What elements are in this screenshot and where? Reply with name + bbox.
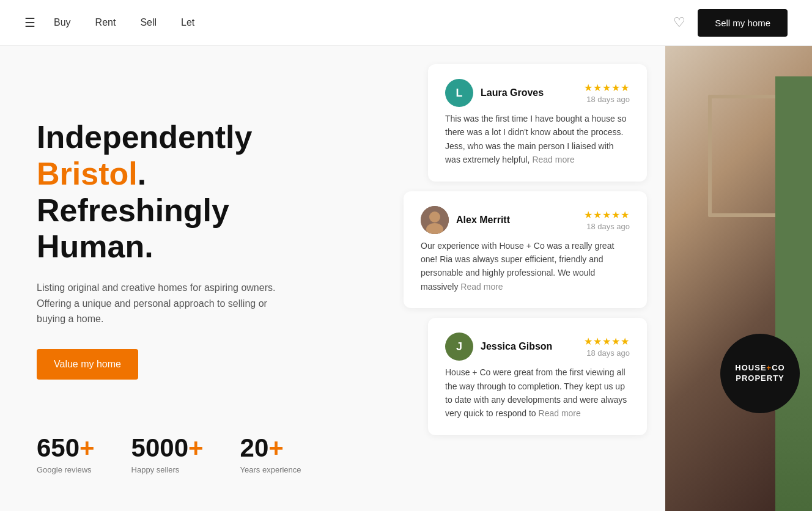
stat-number-sellers: 5000+: [131, 433, 204, 463]
stars-jessica: ★★★★★: [584, 336, 630, 347]
menu-icon[interactable]: ☰: [24, 15, 35, 30]
nav-let[interactable]: Let: [181, 17, 194, 28]
brand-logo-text: HOUSE+COPROPERTY: [735, 363, 784, 384]
plant-decoration: 🌿: [775, 470, 806, 499]
hero-photo-panel: HOUSE+COPROPERTY 🌿: [665, 46, 812, 511]
nav-buy[interactable]: Buy: [54, 17, 71, 28]
review-header-jessica: J Jessica Gibson ★★★★★ 18 days ago: [445, 333, 630, 361]
hero-panel: Independently Bristol. Refreshingly Huma…: [0, 46, 385, 511]
favorites-icon[interactable]: ♡: [673, 15, 685, 31]
review-meta-jessica: ★★★★★ 18 days ago: [584, 336, 630, 358]
review-laura: L Laura Groves ★★★★★ 18 days ago This wa…: [428, 64, 647, 182]
review-meta-laura: ★★★★★ 18 days ago: [584, 82, 630, 104]
navigation: ☰ Buy Rent Sell Let ♡ Sell my home: [0, 0, 812, 46]
stat-label-sellers: Happy sellers: [131, 465, 204, 474]
avatar-alex: [421, 206, 449, 234]
review-text-laura: This was the first time I have bought a …: [445, 112, 630, 167]
date-laura: 18 days ago: [584, 95, 630, 104]
main-content: Independently Bristol. Refreshingly Huma…: [0, 0, 812, 511]
sell-my-home-button[interactable]: Sell my home: [698, 9, 788, 37]
hero-title-suffix: .: [138, 156, 146, 191]
window-decoration: [708, 95, 794, 217]
review-alex: Alex Merritt ★★★★★ 18 days ago Our exper…: [404, 191, 647, 309]
reviewer-info-jessica: J Jessica Gibson: [445, 333, 552, 361]
hero-title-line2: Refreshingly Human.: [37, 193, 229, 265]
hero-description: Listing original and creative homes for …: [37, 280, 281, 327]
svg-point-1: [429, 211, 440, 222]
date-jessica: 18 days ago: [584, 348, 630, 358]
brand-logo-circle: HOUSE+COPROPERTY: [720, 334, 800, 413]
stat-happy-sellers: 5000+ Happy sellers: [131, 433, 204, 474]
review-header-laura: L Laura Groves ★★★★★ 18 days ago: [445, 79, 630, 107]
reviewer-name-jessica: Jessica Gibson: [481, 341, 552, 352]
review-jessica: J Jessica Gibson ★★★★★ 18 days ago House…: [428, 318, 647, 435]
read-more-alex[interactable]: Read more: [460, 282, 503, 292]
nav-right: ♡ Sell my home: [673, 9, 788, 37]
review-text-jessica: House + Co were great from the first vie…: [445, 366, 630, 421]
reviewer-info-alex: Alex Merritt: [421, 206, 510, 234]
reviewer-name-alex: Alex Merritt: [456, 215, 510, 226]
stats-section: 650+ Google reviews 5000+ Happy sellers …: [37, 433, 301, 474]
stars-laura: ★★★★★: [584, 82, 630, 94]
stat-number-years: 20+: [240, 433, 301, 463]
stars-alex: ★★★★★: [584, 209, 630, 221]
hero-title-brand: Bristol: [37, 156, 138, 191]
value-my-home-button[interactable]: Value my home: [37, 349, 138, 380]
avatar-jessica: J: [445, 333, 473, 361]
read-more-laura[interactable]: Read more: [532, 155, 574, 164]
stat-google-reviews: 650+ Google reviews: [37, 433, 95, 474]
review-meta-alex: ★★★★★ 18 days ago: [584, 209, 630, 231]
date-alex: 18 days ago: [584, 222, 630, 231]
reviewer-name-laura: Laura Groves: [481, 87, 544, 98]
stat-number-google: 650+: [37, 433, 95, 463]
avatar-laura: L: [445, 79, 473, 107]
nav-links: Buy Rent Sell Let: [54, 17, 673, 28]
stat-years-experience: 20+ Years experience: [240, 433, 301, 474]
nav-sell[interactable]: Sell: [140, 17, 157, 28]
read-more-jessica[interactable]: Read more: [539, 408, 581, 418]
stat-label-years: Years experience: [240, 465, 301, 474]
reviews-panel: L Laura Groves ★★★★★ 18 days ago This wa…: [385, 46, 665, 511]
reviewer-info-laura: L Laura Groves: [445, 79, 544, 107]
stat-label-google: Google reviews: [37, 465, 95, 474]
review-header-alex: Alex Merritt ★★★★★ 18 days ago: [421, 206, 630, 234]
review-text-alex: Our experience with House + Co was a rea…: [421, 239, 630, 294]
hero-photo: HOUSE+COPROPERTY 🌿: [665, 46, 812, 511]
nav-rent[interactable]: Rent: [95, 17, 116, 28]
hero-title: Independently Bristol. Refreshingly Huma…: [37, 119, 349, 265]
hero-title-prefix: Independently: [37, 119, 252, 155]
